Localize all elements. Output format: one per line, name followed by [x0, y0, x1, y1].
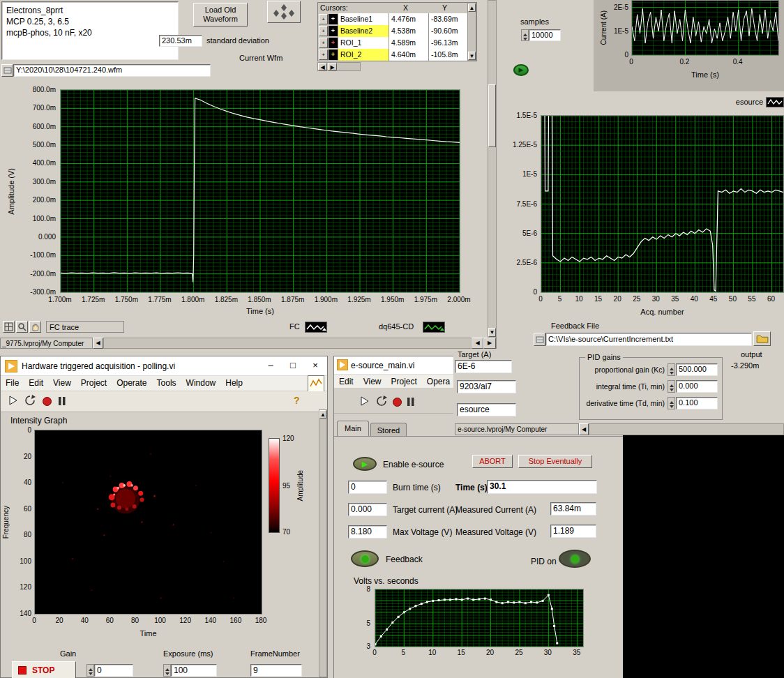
close-icon[interactable]: × — [305, 356, 326, 376]
scroll-right-icon[interactable]: ▶ — [328, 63, 337, 70]
feedback-toggle[interactable] — [351, 550, 379, 567]
cursor-lock-icon[interactable]: + — [319, 26, 328, 36]
cursor-marker-icon[interactable]: + — [329, 50, 338, 60]
minimize-icon[interactable]: – — [260, 356, 281, 376]
help-icon[interactable]: ? — [294, 395, 300, 406]
samples-field[interactable]: 10000 — [529, 29, 561, 41]
scroll-up-icon[interactable]: ▲ — [468, 3, 476, 12]
stop-button[interactable]: STOP — [12, 661, 76, 678]
load-old-waveform-button[interactable]: Load Old Waveform — [193, 3, 248, 27]
pid-kc-field[interactable]: 500.000 — [676, 363, 718, 376]
scroll-down-icon[interactable]: ▼ — [468, 52, 476, 60]
scope-project-tab[interactable]: _9775.lvproj/My Computer — [0, 338, 93, 349]
browse-folder-button[interactable] — [753, 331, 771, 346]
abort-execution-button[interactable] — [43, 397, 52, 406]
gain-spinner[interactable] — [86, 664, 94, 677]
menu-file[interactable]: File — [6, 378, 19, 388]
maximize-icon[interactable]: □ — [282, 356, 303, 376]
run-continuous-button[interactable] — [24, 395, 36, 407]
intensity-plot[interactable] — [34, 430, 262, 615]
gain-field[interactable]: 0 — [94, 664, 133, 677]
bottom-scroll-track[interactable] — [103, 338, 472, 349]
zoom-tool-button[interactable] — [16, 321, 28, 333]
esource-legend-icon[interactable] — [766, 97, 784, 107]
cursor-marker-icon[interactable]: + — [329, 14, 338, 24]
cursor-marker-icon[interactable]: + — [329, 38, 338, 48]
scroll-left-icon[interactable]: ◀ — [318, 63, 327, 70]
notes-box[interactable]: Electrons_8prrt MCP 0.25, 3, 6.5 mcpB-ph… — [1, 1, 179, 60]
menu-view[interactable]: View — [363, 377, 382, 386]
run-button[interactable] — [359, 396, 370, 408]
hscroll-left-icon[interactable]: ◀ — [472, 338, 483, 349]
menu-window[interactable]: Window — [186, 378, 216, 388]
cursor-marker-icon[interactable]: + — [329, 26, 338, 36]
acq-plot[interactable] — [541, 115, 784, 293]
pid-kc-spinner[interactable] — [668, 363, 675, 376]
color-ramp[interactable] — [269, 438, 280, 533]
pid-on-toggle[interactable] — [559, 550, 591, 568]
cursor-tool-button[interactable] — [3, 321, 15, 333]
pid-td-field[interactable]: 0.100 — [676, 397, 718, 409]
diamond-nav-button[interactable] — [267, 1, 301, 23]
channel1-field[interactable]: 9203/ai7 — [457, 380, 516, 393]
menu-edit[interactable]: Edit — [29, 378, 43, 388]
menu-tools[interactable]: Tools — [157, 378, 176, 388]
cursor-name[interactable]: ROI_1 — [338, 37, 389, 49]
scope-plot[interactable] — [60, 89, 460, 293]
cursors-scrollbar[interactable]: ▲ ▼ — [467, 3, 476, 61]
tabstrip-track[interactable] — [589, 423, 784, 435]
current-plot[interactable] — [631, 0, 779, 56]
run-button[interactable] — [8, 395, 19, 407]
enable-esource-toggle[interactable]: ▶ — [353, 457, 377, 471]
volts-plot[interactable] — [375, 589, 584, 647]
exposure-spinner[interactable] — [163, 664, 171, 677]
acq-titlebar[interactable]: Hardware triggered acquisition - polling… — [1, 356, 327, 376]
menu-operate[interactable]: Opera — [427, 377, 450, 386]
tab-scroll-left-icon[interactable]: ◀ — [579, 423, 589, 435]
burn-time-field[interactable]: 0 — [348, 481, 387, 494]
tab-scroll-left-icon[interactable]: ◀ — [93, 338, 103, 349]
pan-tool-button[interactable] — [29, 321, 41, 333]
wfm-path-field[interactable]: Y:\2020\10\28\104721.240.wfm — [13, 64, 211, 77]
cursor-lock-icon[interactable]: + — [319, 50, 328, 60]
menu-project[interactable]: Project — [81, 378, 107, 388]
menu-help[interactable]: Help — [225, 378, 243, 388]
exposure-field[interactable]: 100 — [171, 664, 217, 677]
feedback-path-field[interactable]: C:\VIs\e-source\CurrentIncrement.txt — [545, 333, 752, 346]
max-voltage-field[interactable]: 8.180 — [348, 525, 387, 538]
tab-stored[interactable]: Stored — [370, 423, 407, 437]
scroll-up-icon[interactable]: ▲ — [319, 410, 326, 419]
cursor-lock-icon[interactable]: + — [319, 14, 328, 24]
cursors-hscrollbar[interactable]: ◀ ▶ — [317, 62, 361, 71]
acq-vscrollbar[interactable]: ▲ — [319, 409, 327, 677]
run-continuous-button[interactable] — [376, 396, 387, 408]
samples-spinner[interactable] — [521, 29, 529, 41]
pause-button[interactable] — [58, 396, 66, 407]
hscroll-right-icon[interactable]: ▶ — [483, 338, 496, 349]
dq-legend-icon[interactable] — [423, 322, 445, 333]
feedback-path-icon[interactable] — [534, 333, 545, 346]
menu-project[interactable]: Project — [391, 377, 416, 386]
cursor-name[interactable]: ROI_2 — [338, 49, 389, 61]
menu-view[interactable]: View — [53, 378, 71, 388]
menu-edit[interactable]: Edit — [339, 377, 354, 386]
stop-eventually-button[interactable]: Stop Eventually — [518, 455, 592, 468]
run-indicator-led[interactable]: ▶ — [513, 64, 529, 76]
tab-main[interactable]: Main — [337, 421, 369, 437]
cursor-name[interactable]: Baseline2 — [338, 25, 389, 37]
menu-operate[interactable]: Operate — [116, 378, 146, 388]
fc-legend-icon[interactable] — [305, 322, 327, 333]
pid-ti-spinner[interactable] — [668, 380, 675, 393]
wfm-path-icon[interactable] — [1, 64, 13, 77]
cursor-name[interactable]: Baseline1 — [338, 13, 389, 25]
esource-project-tab[interactable]: e-source.lvproj/My Computer — [455, 423, 579, 435]
scope-vscrollbar[interactable]: ▼ — [488, 0, 497, 338]
vscroll-thumb[interactable] — [488, 84, 496, 147]
pause-button[interactable] — [407, 397, 415, 408]
target-field[interactable]: 6E-6 — [455, 360, 512, 373]
channel2-field[interactable]: esource — [457, 403, 516, 416]
scroll-down-icon[interactable]: ▼ — [488, 328, 496, 337]
pid-ti-field[interactable]: 0.000 — [676, 380, 718, 393]
abort-execution-button[interactable] — [393, 398, 402, 407]
cursor-lock-icon[interactable]: + — [319, 38, 328, 48]
